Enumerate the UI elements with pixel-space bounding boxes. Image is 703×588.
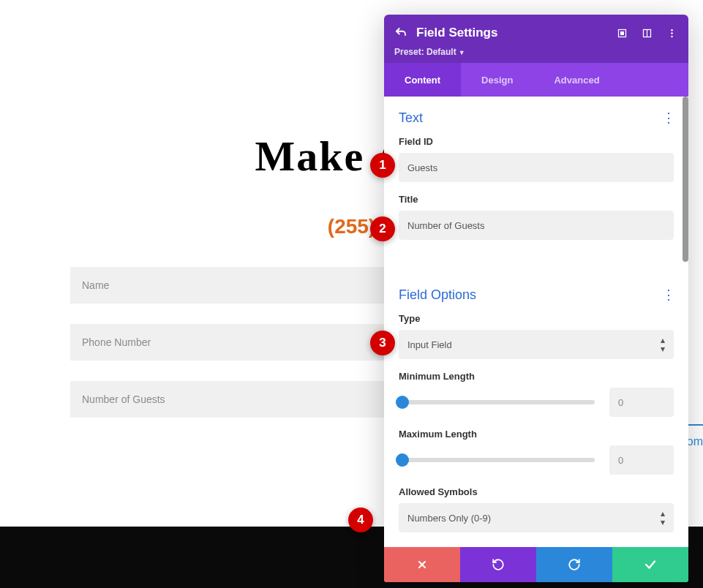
annotation-badge-2: 2 xyxy=(370,216,395,241)
preset-selector[interactable]: Preset: Default▼ xyxy=(394,44,678,57)
min-length-label: Minimum Length xyxy=(399,371,674,382)
field-id-label: Field ID xyxy=(399,136,674,147)
field-options-section: Field Options ⋮ Type ▴▾ Minimum Length xyxy=(384,274,688,547)
annotation-badge-3: 3 xyxy=(370,331,395,355)
preset-value: Default xyxy=(426,47,456,57)
header-action-icons xyxy=(615,26,678,39)
back-icon[interactable] xyxy=(394,26,407,39)
type-select[interactable] xyxy=(399,330,674,359)
text-section-title: Text xyxy=(399,110,423,126)
tab-advanced[interactable]: Advanced xyxy=(533,63,620,97)
allowed-symbols-select[interactable] xyxy=(399,503,674,532)
max-length-value[interactable] xyxy=(609,445,674,475)
panel-header: Field Settings Preset: Default▼ xyxy=(384,15,688,63)
field-options-menu-icon[interactable]: ⋮ xyxy=(662,287,674,303)
section-divider xyxy=(384,256,688,274)
min-length-value[interactable] xyxy=(609,388,674,417)
save-button[interactable] xyxy=(612,547,688,582)
panel-body: Text ⋮ Field ID Title Field Options ⋮ xyxy=(384,97,688,547)
text-section: Text ⋮ Field ID Title xyxy=(384,97,688,256)
allowed-symbols-label: Allowed Symbols xyxy=(399,486,674,497)
title-label: Title xyxy=(399,194,674,205)
panel-title: Field Settings xyxy=(416,26,497,40)
field-options-head: Field Options ⋮ xyxy=(399,287,674,303)
min-length-slider[interactable] xyxy=(399,400,595,404)
expand-icon[interactable] xyxy=(615,26,628,39)
min-length-thumb[interactable] xyxy=(396,396,409,409)
text-section-head: Text ⋮ xyxy=(399,110,674,126)
field-options-title: Field Options xyxy=(399,287,476,303)
undo-button[interactable] xyxy=(460,547,536,582)
svg-rect-1 xyxy=(620,31,623,34)
caret-down-icon: ▼ xyxy=(459,49,465,56)
max-length-thumb[interactable] xyxy=(396,453,409,467)
panel-header-row: Field Settings xyxy=(394,22,678,44)
type-label: Type xyxy=(399,313,674,324)
preset-label: Preset: xyxy=(394,47,424,57)
kebab-icon[interactable] xyxy=(665,26,678,39)
page-root: Make A R (255) Name Phone Number Number … xyxy=(0,0,703,588)
om-link[interactable]: om xyxy=(687,435,703,448)
svg-point-6 xyxy=(671,35,673,37)
svg-point-5 xyxy=(671,32,673,34)
discard-button[interactable] xyxy=(384,547,460,582)
panel-tabs: Content Design Advanced xyxy=(384,63,688,97)
svg-point-4 xyxy=(671,29,673,31)
field-id-input[interactable] xyxy=(399,153,674,182)
scrollbar[interactable] xyxy=(683,97,688,262)
field-settings-panel: Field Settings Preset: Default▼ xyxy=(384,15,688,582)
panel-footer-actions xyxy=(384,547,688,582)
redo-button[interactable] xyxy=(536,547,612,582)
tab-design[interactable]: Design xyxy=(461,63,533,97)
tab-content[interactable]: Content xyxy=(384,63,461,97)
annotation-badge-4: 4 xyxy=(348,508,373,532)
snap-icon[interactable] xyxy=(640,26,653,39)
title-input[interactable] xyxy=(399,211,674,240)
annotation-badge-1: 1 xyxy=(370,153,395,178)
text-section-menu-icon[interactable]: ⋮ xyxy=(662,110,674,126)
max-length-slider[interactable] xyxy=(399,458,595,462)
max-length-label: Maximum Length xyxy=(399,429,674,440)
